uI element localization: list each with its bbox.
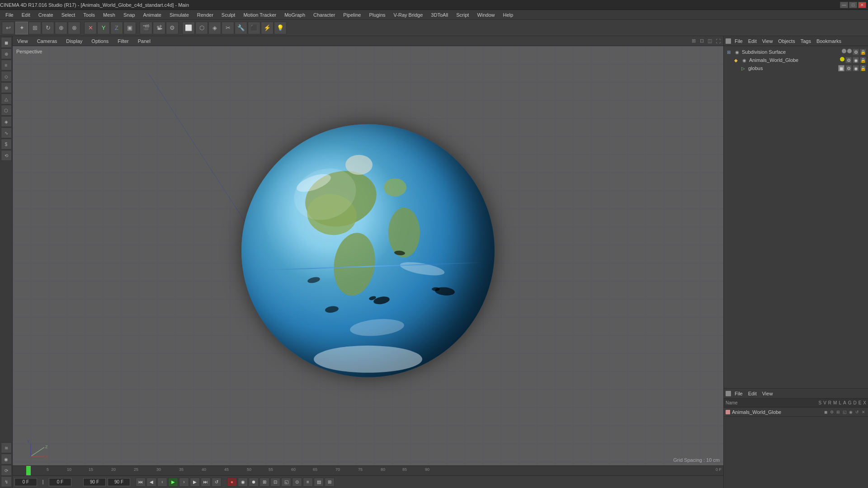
obj-settings[interactable]: ⚙ bbox=[853, 49, 859, 55]
menu-file[interactable]: File bbox=[2, 11, 17, 19]
obj-settings-3[interactable]: ⚙ bbox=[845, 65, 852, 71]
start-frame-field[interactable]: 0 F bbox=[49, 478, 71, 486]
left-tool-12[interactable]: ≋ bbox=[1, 442, 12, 453]
menu-vray[interactable]: V-Ray Bridge bbox=[390, 11, 427, 19]
left-tool-7[interactable]: ⬡ bbox=[1, 105, 12, 116]
obj-row-subdivision[interactable]: ⊞ ◉ Subdivision Surface ⚙ 🔒 bbox=[726, 48, 866, 56]
dot-2[interactable] bbox=[847, 49, 852, 53]
vp-icon-fullscreen[interactable]: ⛶ bbox=[714, 38, 722, 45]
attr-ic-7[interactable]: ✕ bbox=[861, 409, 866, 415]
left-tool-6[interactable]: △ bbox=[1, 94, 12, 104]
3d-viewport[interactable]: Perspective bbox=[13, 46, 723, 465]
menu-motion-tracker[interactable]: Motion Tracker bbox=[240, 11, 280, 19]
maximize-button[interactable]: □ bbox=[849, 2, 857, 8]
menu-help[interactable]: Help bbox=[500, 11, 517, 19]
left-tool-4[interactable]: ◇ bbox=[1, 71, 12, 82]
obj-vis-2[interactable]: ◉ bbox=[853, 57, 859, 63]
left-tool-3[interactable]: ≡ bbox=[1, 60, 12, 70]
attr-ic-4[interactable]: ◱ bbox=[842, 409, 847, 415]
prev-frame-button[interactable]: ‹ bbox=[157, 478, 167, 487]
vp-menu-view[interactable]: View bbox=[14, 38, 31, 45]
left-tool-5[interactable]: ⊗ bbox=[1, 82, 12, 93]
attr-menu-file[interactable]: File bbox=[733, 390, 745, 397]
next-key-button[interactable]: ▶ bbox=[190, 478, 200, 487]
scale-tool[interactable]: ⊞ bbox=[28, 22, 41, 34]
select-tool[interactable]: ⊗ bbox=[68, 22, 80, 34]
vp-icon-3[interactable]: ◫ bbox=[706, 38, 713, 45]
menu-3dtoall[interactable]: 3DToAll bbox=[427, 11, 452, 19]
end-frame-field[interactable]: 90 F bbox=[83, 478, 106, 486]
current-frame-field[interactable]: 0 F bbox=[14, 478, 37, 486]
x-sym-tool[interactable]: ✕ bbox=[84, 22, 97, 34]
left-tool-1[interactable]: ◼ bbox=[1, 37, 12, 48]
poly-btn[interactable]: ⬡ bbox=[195, 22, 208, 34]
transform-tool[interactable]: ⊕ bbox=[55, 22, 67, 34]
attr-menu-view[interactable]: View bbox=[760, 390, 775, 397]
attr-ic-1[interactable]: ◼ bbox=[823, 409, 828, 415]
key-record-button[interactable]: ◉ bbox=[238, 478, 248, 487]
render-settings-btn[interactable]: ⚙ bbox=[166, 22, 179, 34]
menu-snap[interactable]: Snap bbox=[120, 11, 139, 19]
paint-btn[interactable]: ⬛ bbox=[248, 22, 260, 34]
tr-tools5[interactable]: ≡ bbox=[303, 478, 313, 487]
tr-tools3[interactable]: ◱ bbox=[281, 478, 291, 487]
minimize-button[interactable]: — bbox=[840, 2, 848, 8]
attr-ic-5[interactable]: ◉ bbox=[848, 409, 854, 415]
attr-row-world-globe[interactable]: Animals_World_Globe ◼ ⚙ ⊞ ◱ ◉ ↺ ✕ bbox=[724, 408, 868, 417]
obj-menu-file[interactable]: File bbox=[733, 38, 745, 44]
vp-icon-2[interactable]: ⊡ bbox=[698, 38, 705, 45]
light-btn[interactable]: 💡 bbox=[274, 22, 287, 34]
menu-script[interactable]: Script bbox=[453, 11, 472, 19]
obj-mat-icon[interactable]: ◼ bbox=[838, 65, 844, 71]
menu-character[interactable]: Character bbox=[310, 11, 339, 19]
tr-tools4[interactable]: ⊙ bbox=[292, 478, 302, 487]
obj-lock-3[interactable]: 🔒 bbox=[860, 65, 866, 71]
z-sym-tool[interactable]: Z bbox=[110, 22, 123, 34]
obj-vis-3[interactable]: ◉ bbox=[853, 65, 859, 71]
vp-menu-options[interactable]: Options bbox=[89, 38, 111, 45]
left-tool-15[interactable]: ↯ bbox=[1, 476, 12, 487]
obj-menu-edit[interactable]: Edit bbox=[746, 38, 759, 44]
obj-menu-tags[interactable]: Tags bbox=[799, 38, 813, 44]
vp-menu-cameras[interactable]: Cameras bbox=[34, 38, 60, 45]
vp-icon-1[interactable]: ⊞ bbox=[690, 38, 697, 45]
next-frame-button[interactable]: › bbox=[179, 478, 189, 487]
tr-tools2[interactable]: ⊡ bbox=[270, 478, 280, 487]
menu-window[interactable]: Window bbox=[473, 11, 498, 19]
knife-btn[interactable]: ✂ bbox=[222, 22, 234, 34]
left-tool-2[interactable]: ⊕ bbox=[1, 48, 12, 59]
left-tool-8[interactable]: ◈ bbox=[1, 116, 12, 127]
menu-edit[interactable]: Edit bbox=[18, 11, 34, 19]
sds-btn[interactable]: ◈ bbox=[208, 22, 221, 34]
menu-mesh[interactable]: Mesh bbox=[99, 11, 119, 19]
attr-ic-2[interactable]: ⚙ bbox=[829, 409, 835, 415]
go-end-button[interactable]: ⏭ bbox=[201, 478, 211, 487]
menu-simulate[interactable]: Simulate bbox=[166, 11, 193, 19]
left-tool-13[interactable]: ◉ bbox=[1, 454, 12, 465]
record-button[interactable]: ● bbox=[227, 478, 237, 487]
obj-row-globus[interactable]: ▷ globus ◼ ⚙ ◉ 🔒 bbox=[726, 64, 866, 72]
vp-menu-display[interactable]: Display bbox=[63, 38, 85, 45]
go-start-button[interactable]: ⏮ bbox=[136, 478, 146, 487]
left-tool-14[interactable]: ⟳ bbox=[1, 465, 12, 476]
obj-row-world-globe[interactable]: ◆ ◉ Animals_World_Globe ⚙ ◉ 🔒 bbox=[726, 56, 866, 64]
max-frame-field[interactable]: 90 F bbox=[108, 478, 130, 486]
y-sym-tool[interactable]: Y bbox=[97, 22, 110, 34]
menu-pipeline[interactable]: Pipeline bbox=[340, 11, 364, 19]
magnet-btn[interactable]: 🔧 bbox=[235, 22, 247, 34]
render-btn[interactable]: 📽 bbox=[153, 22, 165, 34]
obj-render-2[interactable]: 🔒 bbox=[860, 57, 866, 63]
dot-1[interactable] bbox=[842, 49, 846, 53]
timeline[interactable]: 0 5 10 15 20 25 30 35 40 45 50 55 60 65 … bbox=[13, 465, 723, 475]
render-view-btn[interactable]: 🎬 bbox=[140, 22, 152, 34]
auto-key-button[interactable]: ⏺ bbox=[249, 478, 259, 487]
tr-timeline[interactable]: ⊞ bbox=[325, 478, 335, 487]
left-tool-11[interactable]: ⟲ bbox=[1, 150, 12, 161]
loop-button[interactable]: ↺ bbox=[212, 478, 222, 487]
attr-ic-6[interactable]: ↺ bbox=[854, 409, 860, 415]
attr-ic-3[interactable]: ⊞ bbox=[835, 409, 841, 415]
snap-btn[interactable]: ⬜ bbox=[182, 22, 195, 34]
left-tool-9[interactable]: ∿ bbox=[1, 127, 12, 138]
obj-menu-objects[interactable]: Objects bbox=[776, 38, 797, 44]
object-tool[interactable]: ▣ bbox=[123, 22, 136, 34]
